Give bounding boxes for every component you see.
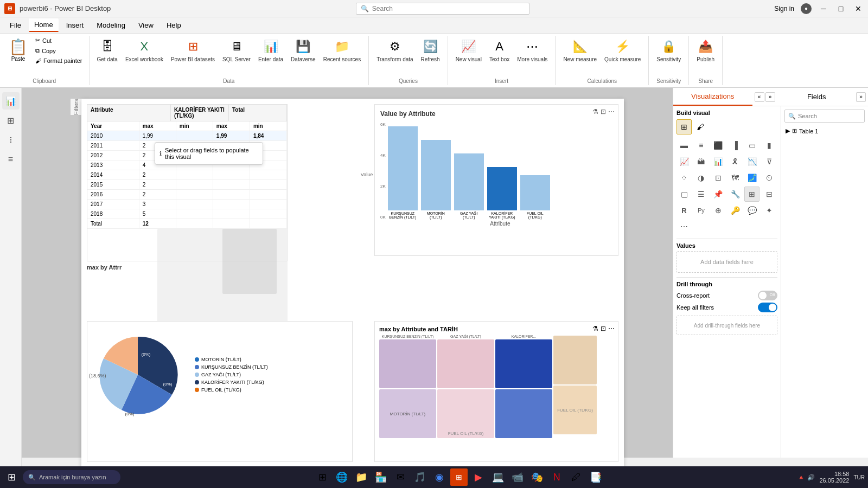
minimize-button[interactable]: ─	[818, 3, 829, 14]
fields-search-input[interactable]	[798, 113, 861, 119]
viz-more[interactable]: ⋯	[676, 219, 692, 234]
keep-filters-toggle[interactable]: On	[758, 303, 777, 312]
viz-stacked-col[interactable]: ⬛	[711, 138, 726, 153]
text-box-button[interactable]: A Text box	[486, 36, 513, 65]
heatmap-filter-icon[interactable]: ⚗	[592, 325, 598, 332]
viz-smart[interactable]: ✦	[762, 203, 777, 218]
heatmap-more-icon[interactable]: ⋯	[608, 325, 615, 332]
viz-key-inf[interactable]: 🔑	[727, 203, 743, 218]
viz-kpi[interactable]: 📌	[711, 187, 726, 202]
drill-drop-zone[interactable]: Add drill-through fields here	[676, 316, 777, 335]
enter-data-button[interactable]: 📊 Enter data	[255, 36, 286, 65]
quick-measure-button[interactable]: ⚡ Quick measure	[601, 36, 644, 65]
fields-search-box[interactable]: 🔍	[784, 110, 865, 123]
menu-insert[interactable]: Insert	[61, 19, 90, 31]
bar-chart[interactable]: Value by Attribute 6K 4K 2K 0K Value	[374, 104, 618, 256]
sidebar-report-icon[interactable]: 📊	[2, 92, 20, 110]
viz-r[interactable]: R	[676, 203, 692, 218]
visual-paint-icon[interactable]: 🖌	[693, 119, 708, 134]
signin-label[interactable]: Sign in	[774, 5, 794, 12]
excel-button[interactable]: X Excel workbook	[122, 36, 167, 65]
cut-button[interactable]: ✂ Cut	[33, 36, 85, 45]
viz-stacked-bar[interactable]: ▬	[676, 138, 692, 153]
menu-home[interactable]: Home	[29, 18, 59, 32]
sql-button[interactable]: 🖥 SQL Server	[219, 36, 254, 65]
dataverse-button[interactable]: 💾 Dataverse	[288, 36, 319, 65]
publish-button[interactable]: 📤 Publish	[693, 36, 718, 65]
expand-fields-btn[interactable]: »	[856, 92, 866, 102]
viz-matrix[interactable]: ⊟	[762, 187, 777, 202]
focus-icon[interactable]: ⊡	[601, 108, 606, 115]
menu-modeling[interactable]: Modeling	[91, 19, 131, 31]
viz-clustered-bar[interactable]: ≡	[693, 138, 709, 153]
taskbar-other4-btn[interactable]: 📑	[587, 468, 604, 486]
viz-map[interactable]: 🗺	[727, 170, 743, 185]
taskbar-chrome-btn[interactable]: ◉	[431, 468, 448, 486]
taskbar-vscode-btn[interactable]: 💻	[489, 468, 507, 486]
search-input[interactable]	[372, 5, 525, 12]
viz-funnel[interactable]: ⊽	[762, 154, 777, 169]
more-icon[interactable]: ⋯	[608, 108, 615, 115]
viz-scatter[interactable]: ⁘	[676, 170, 692, 185]
taskbar-other3-btn[interactable]: 🖊	[567, 468, 585, 486]
cross-report-toggle[interactable]: Off	[758, 291, 777, 300]
taskbar-apps-btn[interactable]: ⊞	[314, 468, 331, 486]
taskbar-edge-btn[interactable]: 🌐	[333, 468, 350, 486]
sidebar-dax-icon[interactable]: ≡	[2, 151, 20, 168]
volume-icon[interactable]: 🔊	[807, 474, 815, 481]
new-visual-button[interactable]: 📈 New visual	[452, 36, 485, 65]
sidebar-data-icon[interactable]: ⊞	[2, 112, 20, 129]
collapse-left-btn[interactable]: «	[755, 92, 764, 102]
sidebar-model-icon[interactable]: ⫶	[2, 131, 20, 149]
heatmap-focus-icon[interactable]: ⊡	[601, 325, 606, 332]
get-data-button[interactable]: 🗄 Get data	[94, 36, 121, 65]
pie-chart[interactable]: (0%) (0%) (0%) 12,91 (18,6%) MOTORİN (TL…	[87, 321, 353, 462]
viz-table[interactable]: ⊞	[744, 187, 760, 202]
viz-clustered-col[interactable]: ▐	[727, 138, 743, 153]
viz-area[interactable]: 🏔	[693, 154, 709, 169]
viz-slicer[interactable]: 🔧	[727, 187, 743, 202]
viz-decomp[interactable]: ⊕	[711, 203, 726, 218]
taskbar-other1-btn[interactable]: ▶	[470, 468, 487, 486]
taskbar-mail-btn[interactable]: ✉	[392, 468, 409, 486]
taskbar-store-btn[interactable]: 🏪	[372, 468, 390, 486]
taskbar-netflix-btn[interactable]: N	[548, 468, 565, 486]
viz-gauge[interactable]: ⏲	[762, 170, 777, 185]
viz-line[interactable]: 📈	[676, 154, 692, 169]
visual-table-icon[interactable]: ⊞	[676, 119, 692, 134]
transform-button[interactable]: ⚙ Transform data	[373, 36, 416, 65]
viz-line-col[interactable]: 📊	[711, 154, 726, 169]
new-measure-button[interactable]: 📐 New measure	[560, 36, 600, 65]
viz-treemap[interactable]: ⊡	[711, 170, 726, 185]
refresh-button[interactable]: 🔄 Refresh	[418, 36, 443, 65]
network-icon[interactable]: 🔺	[797, 474, 805, 481]
field-expand-icon[interactable]: ▶ ⊞ Table 1	[784, 126, 865, 136]
viz-pie[interactable]: ◑	[693, 170, 709, 185]
viz-card[interactable]: ▢	[676, 187, 692, 202]
tab-fields[interactable]: Fields	[777, 88, 857, 105]
taskbar-other2-btn[interactable]: 🎭	[528, 468, 546, 486]
taskbar-files-btn[interactable]: 📁	[353, 468, 370, 486]
copy-button[interactable]: ⧉ Copy	[33, 46, 85, 55]
maximize-button[interactable]: □	[835, 3, 846, 14]
format-painter-button[interactable]: 🖌 Format painter	[33, 56, 85, 65]
menu-file[interactable]: File	[4, 19, 27, 31]
viz-qa[interactable]: 💬	[744, 203, 760, 218]
recent-sources-button[interactable]: 📁 Recent sources	[320, 36, 364, 65]
viz-filled-map[interactable]: 🗾	[744, 170, 760, 185]
close-button[interactable]: ✕	[853, 3, 864, 14]
expand-right-btn[interactable]: »	[765, 92, 775, 102]
taskbar-teams-btn[interactable]: 📹	[509, 468, 526, 486]
viz-python[interactable]: Py	[693, 203, 709, 218]
more-visuals-button[interactable]: ⋯ More visuals	[514, 36, 551, 65]
paste-button[interactable]: 📋 Paste	[4, 36, 32, 64]
viz-ribbon[interactable]: 🎗	[727, 154, 743, 169]
search-bar[interactable]: 🔍	[356, 3, 529, 15]
sensitivity-button[interactable]: 🔒 Sensitivity	[653, 36, 684, 65]
values-drop-zone[interactable]: Add data fields here	[676, 251, 777, 273]
taskbar-search[interactable]: 🔍 Aramak için buraya yazın	[23, 470, 120, 484]
taskbar-powerbi-btn[interactable]: ⊞	[450, 468, 468, 486]
viz-multirow-card[interactable]: ☰	[693, 187, 709, 202]
powerbi-datasets-button[interactable]: ⊞ Power BI datasets	[168, 36, 218, 65]
avatar[interactable]: ●	[801, 3, 812, 14]
